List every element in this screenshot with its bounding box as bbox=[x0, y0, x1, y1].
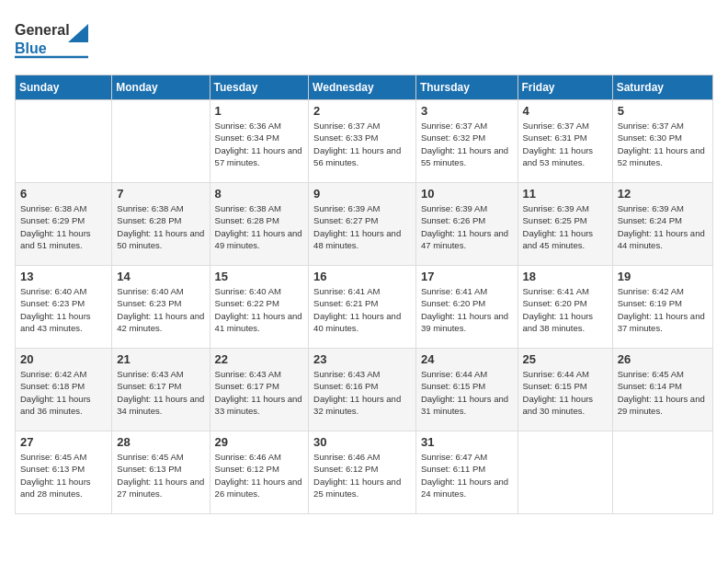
day-number: 24 bbox=[421, 352, 513, 366]
day-number: 1 bbox=[215, 104, 304, 118]
day-info: Sunrise: 6:45 AM Sunset: 6:13 PM Dayligh… bbox=[20, 451, 107, 500]
logo: General Blue bbox=[15, 15, 97, 65]
day-number: 11 bbox=[523, 187, 608, 201]
day-number: 12 bbox=[618, 187, 708, 201]
day-info: Sunrise: 6:39 AM Sunset: 6:27 PM Dayligh… bbox=[313, 202, 411, 251]
day-info: Sunrise: 6:37 AM Sunset: 6:31 PM Dayligh… bbox=[523, 120, 608, 168]
calendar-table: SundayMondayTuesdayWednesdayThursdayFrid… bbox=[15, 75, 713, 514]
day-info: Sunrise: 6:37 AM Sunset: 6:30 PM Dayligh… bbox=[618, 120, 708, 168]
calendar-cell: 1Sunrise: 6:36 AM Sunset: 6:34 PM Daylig… bbox=[210, 100, 309, 183]
day-number: 22 bbox=[215, 352, 304, 366]
day-number: 20 bbox=[20, 352, 107, 366]
day-number: 27 bbox=[20, 435, 107, 449]
day-info: Sunrise: 6:41 AM Sunset: 6:21 PM Dayligh… bbox=[313, 285, 411, 334]
calendar-cell: 27Sunrise: 6:45 AM Sunset: 6:13 PM Dayli… bbox=[16, 431, 112, 514]
day-info: Sunrise: 6:47 AM Sunset: 6:11 PM Dayligh… bbox=[421, 451, 513, 500]
calendar-cell: 13Sunrise: 6:40 AM Sunset: 6:23 PM Dayli… bbox=[16, 266, 112, 349]
weekday-saturday: Saturday bbox=[612, 75, 712, 100]
calendar-cell: 7Sunrise: 6:38 AM Sunset: 6:28 PM Daylig… bbox=[112, 183, 210, 266]
calendar-cell: 26Sunrise: 6:45 AM Sunset: 6:14 PM Dayli… bbox=[612, 349, 712, 431]
day-number: 29 bbox=[215, 435, 304, 449]
calendar-cell: 30Sunrise: 6:46 AM Sunset: 6:12 PM Dayli… bbox=[309, 431, 416, 514]
day-number: 10 bbox=[421, 187, 513, 201]
calendar-cell: 17Sunrise: 6:41 AM Sunset: 6:20 PM Dayli… bbox=[415, 266, 518, 349]
day-number: 15 bbox=[215, 270, 304, 283]
day-number: 17 bbox=[421, 270, 513, 283]
week-row-3: 13Sunrise: 6:40 AM Sunset: 6:23 PM Dayli… bbox=[16, 266, 713, 349]
day-info: Sunrise: 6:39 AM Sunset: 6:26 PM Dayligh… bbox=[421, 202, 513, 251]
calendar-cell: 16Sunrise: 6:41 AM Sunset: 6:21 PM Dayli… bbox=[309, 266, 416, 349]
day-number: 4 bbox=[523, 104, 608, 118]
day-number: 30 bbox=[313, 435, 411, 449]
calendar-cell: 11Sunrise: 6:39 AM Sunset: 6:25 PM Dayli… bbox=[518, 183, 612, 266]
calendar-cell: 20Sunrise: 6:42 AM Sunset: 6:18 PM Dayli… bbox=[16, 349, 112, 431]
day-info: Sunrise: 6:38 AM Sunset: 6:28 PM Dayligh… bbox=[215, 202, 304, 251]
calendar-cell: 29Sunrise: 6:46 AM Sunset: 6:12 PM Dayli… bbox=[210, 431, 309, 514]
svg-text:Blue: Blue bbox=[15, 40, 47, 56]
calendar-cell: 15Sunrise: 6:40 AM Sunset: 6:22 PM Dayli… bbox=[210, 266, 309, 349]
day-number: 21 bbox=[117, 352, 204, 366]
week-row-2: 6Sunrise: 6:38 AM Sunset: 6:29 PM Daylig… bbox=[16, 183, 713, 266]
day-number: 18 bbox=[523, 270, 608, 283]
day-number: 2 bbox=[313, 104, 411, 118]
weekday-wednesday: Wednesday bbox=[309, 75, 416, 100]
day-info: Sunrise: 6:46 AM Sunset: 6:12 PM Dayligh… bbox=[215, 451, 304, 500]
day-info: Sunrise: 6:36 AM Sunset: 6:34 PM Dayligh… bbox=[215, 120, 304, 168]
day-number: 23 bbox=[313, 352, 411, 366]
day-info: Sunrise: 6:42 AM Sunset: 6:19 PM Dayligh… bbox=[618, 285, 708, 334]
calendar-cell: 21Sunrise: 6:43 AM Sunset: 6:17 PM Dayli… bbox=[112, 349, 210, 431]
day-info: Sunrise: 6:40 AM Sunset: 6:23 PM Dayligh… bbox=[20, 285, 107, 334]
day-info: Sunrise: 6:38 AM Sunset: 6:29 PM Dayligh… bbox=[20, 202, 107, 251]
day-number: 13 bbox=[20, 270, 107, 283]
page-header: General Blue bbox=[15, 15, 713, 65]
calendar-cell: 18Sunrise: 6:41 AM Sunset: 6:20 PM Dayli… bbox=[518, 266, 612, 349]
day-number: 9 bbox=[313, 187, 411, 201]
day-info: Sunrise: 6:42 AM Sunset: 6:18 PM Dayligh… bbox=[20, 368, 107, 417]
calendar-cell: 3Sunrise: 6:37 AM Sunset: 6:32 PM Daylig… bbox=[415, 100, 518, 183]
day-info: Sunrise: 6:40 AM Sunset: 6:22 PM Dayligh… bbox=[215, 285, 304, 334]
day-number: 14 bbox=[117, 270, 204, 283]
weekday-sunday: Sunday bbox=[16, 75, 112, 100]
calendar-cell: 2Sunrise: 6:37 AM Sunset: 6:33 PM Daylig… bbox=[309, 100, 416, 183]
day-info: Sunrise: 6:37 AM Sunset: 6:33 PM Dayligh… bbox=[313, 120, 411, 168]
calendar-cell: 22Sunrise: 6:43 AM Sunset: 6:17 PM Dayli… bbox=[210, 349, 309, 431]
calendar-cell: 23Sunrise: 6:43 AM Sunset: 6:16 PM Dayli… bbox=[309, 349, 416, 431]
calendar-cell bbox=[112, 100, 210, 183]
day-info: Sunrise: 6:43 AM Sunset: 6:17 PM Dayligh… bbox=[117, 368, 204, 417]
day-info: Sunrise: 6:45 AM Sunset: 6:13 PM Dayligh… bbox=[117, 451, 204, 500]
day-info: Sunrise: 6:39 AM Sunset: 6:24 PM Dayligh… bbox=[618, 202, 708, 251]
calendar-cell: 31Sunrise: 6:47 AM Sunset: 6:11 PM Dayli… bbox=[415, 431, 518, 514]
day-info: Sunrise: 6:41 AM Sunset: 6:20 PM Dayligh… bbox=[421, 285, 513, 334]
logo-svg: General Blue bbox=[15, 15, 97, 65]
calendar-cell bbox=[16, 100, 112, 183]
svg-text:General: General bbox=[15, 22, 70, 38]
calendar-cell bbox=[518, 431, 612, 514]
weekday-friday: Friday bbox=[518, 75, 612, 100]
calendar-cell: 8Sunrise: 6:38 AM Sunset: 6:28 PM Daylig… bbox=[210, 183, 309, 266]
day-number: 16 bbox=[313, 270, 411, 283]
calendar-cell: 12Sunrise: 6:39 AM Sunset: 6:24 PM Dayli… bbox=[612, 183, 712, 266]
day-number: 31 bbox=[421, 435, 513, 449]
day-number: 5 bbox=[618, 104, 708, 118]
calendar-cell: 6Sunrise: 6:38 AM Sunset: 6:29 PM Daylig… bbox=[16, 183, 112, 266]
day-number: 6 bbox=[20, 187, 107, 201]
day-number: 8 bbox=[215, 187, 304, 201]
day-info: Sunrise: 6:44 AM Sunset: 6:15 PM Dayligh… bbox=[421, 368, 513, 417]
calendar-cell: 14Sunrise: 6:40 AM Sunset: 6:23 PM Dayli… bbox=[112, 266, 210, 349]
day-number: 26 bbox=[618, 352, 708, 366]
weekday-monday: Monday bbox=[112, 75, 210, 100]
weekday-header-row: SundayMondayTuesdayWednesdayThursdayFrid… bbox=[16, 75, 713, 100]
calendar-cell: 9Sunrise: 6:39 AM Sunset: 6:27 PM Daylig… bbox=[309, 183, 416, 266]
calendar-cell: 24Sunrise: 6:44 AM Sunset: 6:15 PM Dayli… bbox=[415, 349, 518, 431]
week-row-5: 27Sunrise: 6:45 AM Sunset: 6:13 PM Dayli… bbox=[16, 431, 713, 514]
day-info: Sunrise: 6:44 AM Sunset: 6:15 PM Dayligh… bbox=[523, 368, 608, 417]
week-row-1: 1Sunrise: 6:36 AM Sunset: 6:34 PM Daylig… bbox=[16, 100, 713, 183]
calendar-cell: 28Sunrise: 6:45 AM Sunset: 6:13 PM Dayli… bbox=[112, 431, 210, 514]
calendar-cell: 10Sunrise: 6:39 AM Sunset: 6:26 PM Dayli… bbox=[415, 183, 518, 266]
day-info: Sunrise: 6:41 AM Sunset: 6:20 PM Dayligh… bbox=[523, 285, 608, 334]
day-info: Sunrise: 6:46 AM Sunset: 6:12 PM Dayligh… bbox=[313, 451, 411, 500]
day-info: Sunrise: 6:39 AM Sunset: 6:25 PM Dayligh… bbox=[523, 202, 608, 251]
day-number: 19 bbox=[618, 270, 708, 283]
calendar-cell: 5Sunrise: 6:37 AM Sunset: 6:30 PM Daylig… bbox=[612, 100, 712, 183]
day-info: Sunrise: 6:45 AM Sunset: 6:14 PM Dayligh… bbox=[618, 368, 708, 417]
